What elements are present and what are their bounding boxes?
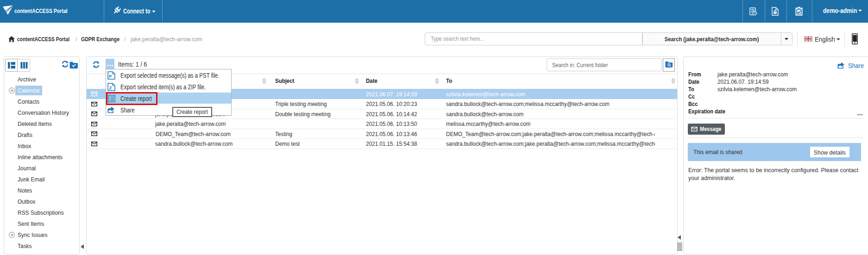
svg-text:P: P [109, 74, 112, 79]
svg-text:Z: Z [109, 85, 112, 90]
